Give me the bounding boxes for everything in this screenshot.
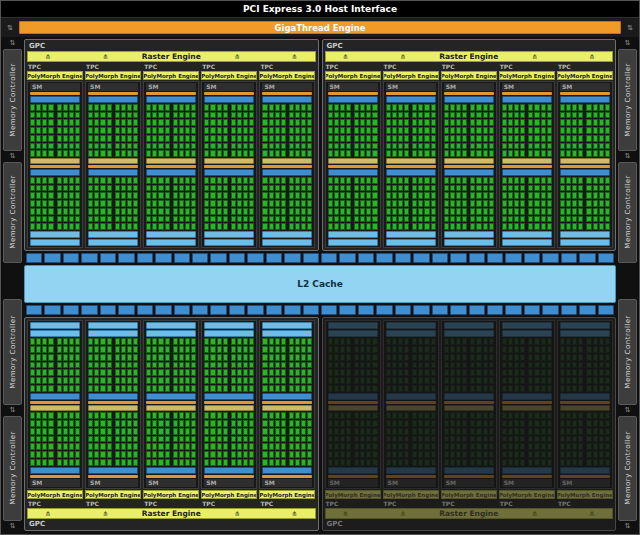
cuda-core	[121, 208, 126, 215]
cuda-core	[599, 412, 604, 419]
cuda-core	[412, 200, 417, 207]
cuda-core	[179, 150, 184, 157]
tpc: TPCPolyMorph EngineSM	[143, 320, 199, 507]
cuda-core	[328, 369, 333, 376]
cuda-core	[36, 192, 41, 199]
cuda-core	[307, 104, 312, 111]
raster-engine-bar: Raster Engine⋔⋔⋔⋔	[27, 51, 316, 62]
cuda-core	[295, 369, 300, 376]
sm-label: SM	[30, 83, 80, 91]
cuda-core	[223, 451, 228, 458]
cuda-core	[578, 208, 583, 215]
tpc-label: TPC	[259, 500, 315, 507]
cuda-core	[69, 354, 74, 361]
cuda-core	[424, 177, 429, 184]
cuda-core	[100, 177, 105, 184]
cuda-core	[217, 385, 222, 392]
cuda-core	[586, 385, 591, 392]
cuda-core	[57, 459, 62, 466]
cuda-core	[483, 135, 488, 142]
cuda-core	[57, 412, 62, 419]
sm-label: SM	[444, 83, 494, 91]
cuda-core	[541, 216, 546, 223]
cuda-core	[185, 369, 190, 376]
cuda-core	[262, 127, 267, 134]
cuda-core	[418, 369, 423, 376]
core-subgrid	[386, 412, 410, 466]
cuda-core	[75, 104, 80, 111]
cuda-core	[281, 420, 286, 427]
cuda-core	[346, 143, 351, 150]
cuda-core	[94, 362, 99, 369]
cuda-core	[57, 443, 62, 450]
cuda-core	[223, 362, 228, 369]
cuda-core	[249, 436, 254, 443]
cuda-core	[360, 192, 365, 199]
cuda-core	[541, 104, 546, 111]
cuda-core	[528, 362, 533, 369]
cuda-core	[269, 127, 274, 134]
cuda-core	[404, 338, 409, 345]
cuda-core	[165, 459, 170, 466]
cuda-core	[237, 420, 242, 427]
cuda-core	[476, 150, 481, 157]
cuda-core	[301, 428, 306, 435]
cuda-core	[121, 216, 126, 223]
register-file-bar	[502, 158, 552, 164]
cuda-core	[334, 177, 339, 184]
cuda-core	[418, 412, 423, 419]
cuda-core	[42, 338, 47, 345]
core-subgrid	[231, 177, 255, 230]
texture-unit-bar	[204, 239, 254, 246]
cuda-core	[398, 135, 403, 142]
cuda-core	[100, 119, 105, 126]
memory-controller-label: Memory Controller	[9, 431, 17, 505]
cuda-core	[424, 104, 429, 111]
cuda-core	[57, 192, 62, 199]
cuda-core	[48, 420, 53, 427]
cuda-core	[572, 119, 577, 126]
cuda-core	[586, 369, 591, 376]
cuda-core	[593, 177, 598, 184]
cuda-core	[444, 216, 449, 223]
core-subgrid	[146, 104, 170, 157]
cuda-core	[354, 362, 359, 369]
cuda-core	[94, 135, 99, 142]
cuda-core	[223, 104, 228, 111]
cuda-core	[100, 377, 105, 384]
cuda-core	[42, 104, 47, 111]
polymorph-engine-bar: PolyMorph Engine	[259, 490, 315, 499]
link-arrows-icon: ⇅	[618, 152, 637, 161]
cuda-core	[237, 451, 242, 458]
cuda-core	[217, 338, 222, 345]
cuda-core	[566, 216, 571, 223]
cuda-core	[173, 451, 178, 458]
cuda-core	[30, 443, 35, 450]
cuda-core	[249, 143, 254, 150]
sm-label: SM	[146, 83, 196, 91]
tpc: TPCPolyMorph EngineSM	[441, 320, 497, 507]
tpc-label: TPC	[259, 63, 315, 70]
cuda-core	[173, 104, 178, 111]
polymorph-engine-bar: PolyMorph Engine	[27, 490, 83, 499]
cuda-core	[520, 112, 525, 119]
cuda-core	[301, 135, 306, 142]
warp-scheduler-bar	[262, 169, 312, 176]
cuda-core	[462, 119, 467, 126]
cuda-core	[534, 369, 539, 376]
cuda-core	[360, 451, 365, 458]
cuda-core	[30, 369, 35, 376]
cuda-core	[541, 192, 546, 199]
cuda-core	[307, 112, 312, 119]
cuda-core	[152, 451, 157, 458]
cuda-core	[158, 143, 163, 150]
cuda-core	[398, 443, 403, 450]
cuda-core	[547, 208, 552, 215]
cuda-core	[489, 104, 494, 111]
sm-label: SM	[204, 83, 254, 91]
warp-scheduler-bar	[444, 467, 494, 474]
tpc: TPCPolyMorph EngineSM	[259, 320, 315, 507]
cuda-core	[48, 208, 53, 215]
cuda-core	[223, 377, 228, 384]
sm-core-grid	[560, 338, 610, 392]
